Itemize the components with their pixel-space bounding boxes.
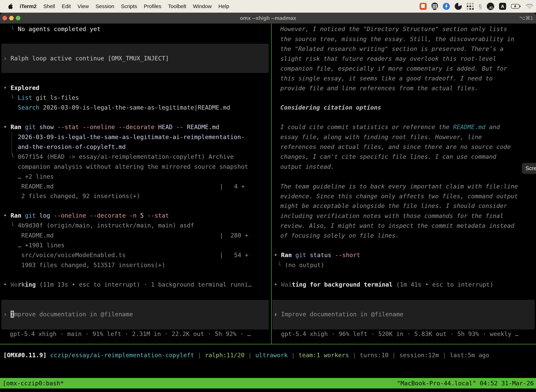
text-segment: •	[3, 281, 10, 288]
text-segment: ›	[3, 55, 10, 62]
text-segment: of focusing solely on file lines.	[280, 232, 399, 239]
chat-app-icon[interactable]	[420, 3, 427, 10]
terminal-line: | 4 +	[220, 182, 245, 191]
terminal-line: including verification notes with those …	[280, 211, 503, 221]
battery-icon[interactable]	[511, 4, 521, 9]
menu-status-icons: §..61A	[420, 0, 533, 13]
terminal-line: README.md	[21, 182, 54, 191]
text-segment: this single essay, it seems like a good …	[280, 75, 493, 82]
prompt-chevron: ›	[3, 311, 10, 318]
tree-connector-line	[12, 132, 12, 154]
terminal-line: the "Related research writing" section i…	[280, 44, 503, 54]
menu-item-session[interactable]: Session	[96, 3, 114, 9]
menu-item-toolbelt[interactable]: Toolbelt	[168, 3, 186, 9]
text-segment: |	[439, 352, 450, 359]
terminal-line: 1903 files changed, 513517 insertions(+)	[21, 260, 165, 270]
text-segment: cczip/essay/ai-reimplementation-copyleft	[50, 352, 194, 359]
letter-a-icon[interactable]: A	[499, 3, 506, 10]
text-segment: evidence. Since this change only affects…	[280, 193, 518, 200]
text-segment: session:12m	[399, 352, 439, 359]
text-cursor: I	[10, 311, 14, 318]
text-segment: the source tree, missing the essay. Stil…	[280, 36, 514, 42]
text-segment: └	[10, 25, 18, 33]
text-segment: ultrawork	[255, 352, 288, 359]
menu-item-shell[interactable]: Shell	[43, 3, 55, 9]
text-segment: git	[292, 252, 306, 258]
menu-items: iTerm2ShellEditViewSessionScriptsProfile…	[20, 3, 229, 9]
text-segment: --	[172, 123, 183, 131]
prompt-chevron: ›	[274, 311, 281, 318]
menu-item-scripts[interactable]: Scripts	[121, 3, 137, 9]
text-segment: | 280 +	[220, 232, 249, 239]
squiggle-s-icon[interactable]: §	[479, 3, 482, 10]
lightning-badge-icon[interactable]	[443, 3, 450, 10]
terminal-line: … +1901 lines	[18, 240, 65, 250]
terminal-line: of focusing solely on file lines.	[280, 231, 399, 240]
text-segment: Ran	[10, 123, 21, 131]
terminal-line: companion file, especially if more comme…	[280, 64, 507, 73]
terminal-line: └ List git ls-files	[10, 93, 79, 103]
screen-overlay-tooltip: Scre	[522, 163, 536, 174]
right-prompt-input[interactable]: › Improve documentation in @filename	[274, 309, 403, 319]
left-prompt-input[interactable]: › Improve documentation in @filename	[3, 309, 133, 319]
wifi-icon[interactable]	[526, 4, 533, 9]
text-segment: --stat --oneline --decorate	[54, 123, 155, 131]
text-segment: |	[245, 352, 255, 359]
tmux-status-bar: [omx-cczip0:bash*"MacBook-Pro-44.local" …	[0, 378, 536, 388]
terminal-content: └ No agents completed yet› Ralph loop ac…	[0, 23, 536, 392]
text-segment: essay file, along with finding root file…	[280, 134, 482, 140]
terminal-line: src/voice/voiceModeEnabled.ts	[21, 250, 126, 260]
text-segment: and-the-erosion-of-copyleft.md	[18, 143, 126, 150]
terminal-line: Considering citation options	[280, 103, 381, 112]
menu-item-help[interactable]: Help	[218, 3, 229, 9]
text-segment: src/voice/voiceModeEnabled.ts	[21, 252, 126, 258]
menu-item-iterm2[interactable]: iTerm2	[20, 3, 37, 9]
menu-item-edit[interactable]: Edit	[62, 3, 71, 9]
text-segment: references need actual files, and since …	[280, 143, 511, 150]
text-segment: └	[278, 261, 285, 269]
text-segment: review. Also, I might want to inspect th…	[280, 222, 514, 229]
text-segment: the "Related research writing" section i…	[280, 45, 503, 52]
pane-divider-vertical[interactable]	[271, 23, 272, 344]
tooltip-label: Scre	[526, 165, 536, 172]
window-shortcut-badge: ⌥⌘1	[519, 13, 533, 23]
text-segment: status	[306, 252, 331, 258]
menu-item-window[interactable]: Window	[193, 3, 212, 9]
pie-menubar-icon[interactable]	[455, 3, 462, 10]
prompt-text: Improve documentation in @filename	[281, 311, 403, 318]
text-segment: | 4 +	[220, 183, 245, 190]
text-segment: | 54 +	[220, 252, 249, 258]
text-segment: git ls-files	[32, 94, 79, 101]
text-segment: └	[10, 153, 18, 160]
text-segment: List	[18, 94, 32, 101]
text-segment: (11m 13s • esc to interrupt) · 1 backgro…	[36, 281, 252, 288]
terminal-line: … +2 lines	[18, 172, 54, 182]
terminal-line: essay file, along with finding root file…	[280, 132, 482, 142]
text-segment: Ran	[10, 212, 21, 219]
text-segment: README.md	[183, 123, 220, 131]
percent-badge-icon[interactable]: ..61	[487, 3, 494, 10]
text-segment: Wo	[10, 281, 18, 288]
text-segment: slight risk that future readers may over…	[280, 55, 496, 62]
text-segment: •	[274, 252, 281, 258]
security-shield-icon[interactable]	[431, 3, 438, 10]
text-segment: git	[21, 212, 36, 219]
dots-grid-icon[interactable]	[467, 3, 474, 10]
text-segment: 2026-03-09-is-legal-the-same-as-legitima…	[18, 134, 245, 140]
window-title-bar[interactable]: omx --xhigh --madmax ⌥⌘1	[0, 13, 536, 23]
tmux-session-label: [omx-cczip0:bash*	[3, 378, 64, 388]
apple-menu-icon[interactable]	[9, 4, 13, 9]
terminal-line: └ No agents completed yet	[10, 24, 100, 34]
terminal-line: README.md	[21, 230, 54, 240]
text-segment: •	[3, 212, 10, 219]
terminal-line: references need actual files, and since …	[280, 142, 511, 152]
text-segment: and	[486, 123, 500, 131]
menu-item-view[interactable]: View	[77, 3, 89, 9]
menu-item-profiles[interactable]: Profiles	[144, 3, 161, 9]
text-segment: └	[10, 94, 18, 101]
text-segment: README.md	[21, 232, 54, 239]
terminal-line: • Waiting for background terminal (1m 41…	[274, 280, 493, 289]
terminal-line: • Explored	[3, 83, 39, 93]
terminal-line: | 280 +	[220, 230, 249, 240]
terminal-line: and-the-erosion-of-copyleft.md	[18, 142, 126, 152]
